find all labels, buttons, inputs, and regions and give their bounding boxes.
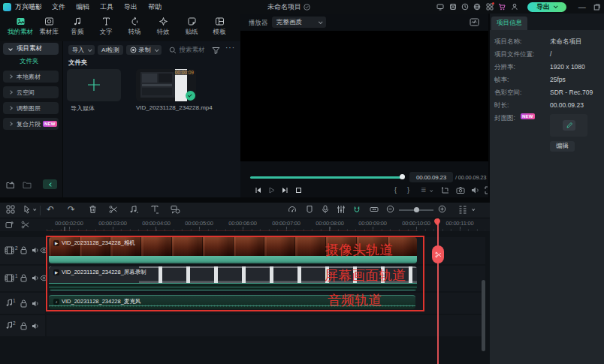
timeline-ruler[interactable]: 00:00:02:00 00:00:03:00 00:00:04:00 00:0… <box>0 218 490 231</box>
mixer-icon[interactable] <box>337 205 346 214</box>
track-lane-audio2[interactable] <box>47 315 485 336</box>
apps-grid-wrap[interactable] <box>484 3 496 11</box>
globe-icon[interactable] <box>473 3 481 11</box>
tab-project-info[interactable]: 项目信息 <box>491 17 527 30</box>
tab-stickers[interactable]: 贴纸 <box>177 17 206 37</box>
speech-to-text-icon[interactable] <box>171 205 180 214</box>
timeline-scrollbar[interactable] <box>482 280 485 351</box>
tab-label: 模板 <box>205 28 234 37</box>
mute-icon[interactable] <box>32 246 40 254</box>
folder-icon[interactable] <box>23 181 32 189</box>
menu-file[interactable]: 文件 <box>52 2 65 12</box>
zoom-in-icon[interactable] <box>438 205 446 213</box>
playhead-line[interactable] <box>437 218 439 364</box>
mute-icon[interactable] <box>32 322 40 330</box>
unlink-icon[interactable] <box>21 221 30 229</box>
video-thumbnail[interactable]: 00:00:09 <box>136 69 196 101</box>
lock-icon[interactable] <box>20 246 27 254</box>
cart-icon[interactable] <box>498 3 506 11</box>
progress-handle[interactable] <box>400 174 405 179</box>
lock-icon[interactable] <box>20 299 27 308</box>
track-height-icon[interactable] <box>458 205 467 214</box>
playhead-scissors-handle[interactable] <box>432 245 444 263</box>
play-icon[interactable] <box>267 186 276 194</box>
split-scissors-icon[interactable] <box>109 205 118 214</box>
nav-adjustment-layer[interactable]: 调整图层 <box>3 102 59 114</box>
cover-thumbnail[interactable] <box>550 114 587 137</box>
preview-progress-bar[interactable] <box>250 176 403 179</box>
zoom-out-icon[interactable] <box>386 205 394 213</box>
ai-detect-button[interactable]: AI检测 <box>98 45 123 55</box>
scene-detect-icon[interactable] <box>470 18 479 26</box>
menu-tools[interactable]: 工具 <box>100 2 113 12</box>
search-input[interactable]: 搜索素材 <box>180 46 205 55</box>
tab-my-media[interactable]: 我的素材 <box>6 17 35 37</box>
zoom-slider-handle[interactable] <box>414 207 419 212</box>
undo-icon[interactable]: ↶ <box>47 204 54 215</box>
nav-local-media[interactable]: 本地素材 <box>3 71 59 83</box>
playback-list-icon[interactable]: ≣ <box>421 186 427 194</box>
tab-transitions[interactable]: 转场 <box>120 17 149 37</box>
mark-in-icon[interactable]: { <box>394 186 397 194</box>
pointer-tool-icon[interactable] <box>23 205 32 214</box>
lock-icon[interactable] <box>20 322 27 330</box>
user-icon[interactable] <box>511 3 518 11</box>
video-duration-badge: 00:00:09 <box>174 70 195 75</box>
project-path-label: 项目文件位置: <box>494 50 534 59</box>
marker-icon[interactable] <box>306 205 313 214</box>
mute-icon[interactable] <box>32 274 40 282</box>
speed-icon[interactable] <box>288 205 297 214</box>
prev-frame-icon[interactable] <box>254 186 262 194</box>
next-frame-icon[interactable] <box>281 186 289 194</box>
more-options-icon[interactable]: ··· <box>225 44 235 52</box>
filter-icon[interactable] <box>212 47 220 54</box>
mute-icon[interactable] <box>32 299 40 308</box>
add-marker-icon[interactable] <box>5 221 14 229</box>
tab-label: 音频 <box>63 28 92 37</box>
nav-cloud[interactable]: 云空间 <box>3 86 59 98</box>
media-toolbar: 导入 AI检测 录制 搜索素材 <box>68 45 205 55</box>
nav-compound-clip[interactable]: 复合片段NEW <box>3 118 59 130</box>
redo-icon[interactable]: ↷ <box>68 204 75 215</box>
history-icon[interactable] <box>461 3 469 11</box>
crop-snapshot-icon[interactable] <box>441 186 449 194</box>
maximize-button[interactable] <box>593 4 600 11</box>
display-icon[interactable] <box>436 3 444 11</box>
project-info-tabstrip: 项目信息 <box>490 14 604 30</box>
cover-edit-button[interactable]: 编辑 <box>550 141 575 152</box>
search-icon[interactable] <box>169 47 177 54</box>
audio-detach-icon[interactable] <box>129 205 139 214</box>
mark-out-icon[interactable]: } <box>407 186 409 194</box>
tab-templates[interactable]: 模板 <box>205 17 234 37</box>
menu-edit[interactable]: 编辑 <box>76 2 89 12</box>
text-tool-icon[interactable] <box>150 205 159 214</box>
nav-project-media[interactable]: 项目素材 <box>3 43 59 55</box>
magnet-snap-icon[interactable] <box>353 206 361 214</box>
menu-export[interactable]: 导出 <box>124 2 137 12</box>
collapse-panel-button[interactable] <box>43 179 57 189</box>
current-time-field[interactable]: 00.00.09.23 <box>409 172 453 182</box>
save-icon[interactable] <box>449 3 457 11</box>
stop-icon[interactable] <box>294 186 303 194</box>
tab-effects[interactable]: 特效 <box>149 17 177 37</box>
media-browser-icon[interactable] <box>6 205 15 214</box>
tab-audio[interactable]: 音频 <box>63 17 92 37</box>
snapshot-camera-icon[interactable] <box>456 186 465 194</box>
lock-icon[interactable] <box>20 274 27 282</box>
export-button[interactable]: 导出 <box>527 2 566 12</box>
delete-icon[interactable] <box>89 205 97 214</box>
import-media-tile[interactable] <box>67 69 121 101</box>
tab-text[interactable]: 文字 <box>92 17 120 37</box>
volume-icon[interactable] <box>471 186 480 194</box>
tab-stock-media[interactable]: 素材库 <box>35 17 63 37</box>
menu-help[interactable]: 帮助 <box>148 2 162 12</box>
quality-dropdown[interactable]: 完整画质 <box>272 17 326 28</box>
add-folder-icon[interactable] <box>6 181 15 189</box>
minimize-button[interactable]: — <box>578 3 586 11</box>
auto-ripple-icon[interactable] <box>370 205 379 214</box>
nav-folder-label[interactable]: 文件夹 <box>20 57 39 66</box>
voiceover-icon[interactable] <box>322 205 329 214</box>
record-button[interactable]: 录制 <box>126 45 162 55</box>
cover-edit-chip[interactable] <box>563 120 575 131</box>
import-button[interactable]: 导入 <box>68 45 95 55</box>
